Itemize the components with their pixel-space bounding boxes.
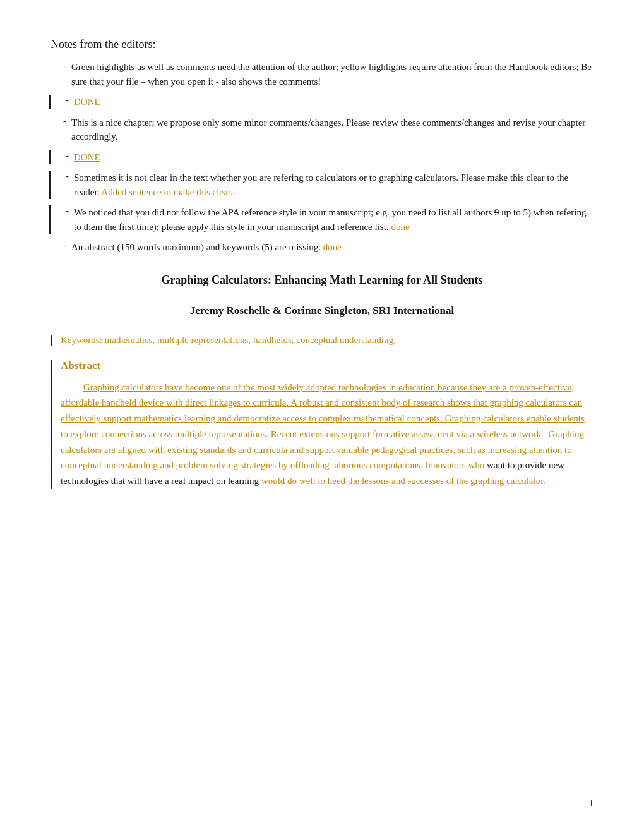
- note-text-6: We noticed that you did not follow the A…: [74, 205, 593, 234]
- list-item-apa: - We noticed that you did not follow the…: [63, 205, 593, 234]
- author-line: Jeremy Roschelle & Corinne Singleton, SR…: [51, 305, 593, 317]
- done-link-4[interactable]: done: [323, 242, 342, 252]
- author-section: Jeremy Roschelle & Corinne Singleton, SR…: [51, 305, 593, 317]
- abstract-heading: Abstract: [61, 360, 593, 372]
- dash: -: [63, 116, 66, 126]
- notes-list: - Green highlights as well as comments n…: [51, 60, 593, 255]
- note-text-2: DONE: [74, 95, 593, 109]
- keywords-section: Keywords: mathematics, multiple represen…: [51, 335, 593, 346]
- list-item: - Green highlights as well as comments n…: [63, 60, 593, 88]
- dash: -: [66, 171, 69, 181]
- main-title: Graphing Calculators: Enhancing Math Lea…: [51, 274, 593, 287]
- dash: -: [66, 205, 69, 216]
- list-item: - This is a nice chapter; we propose onl…: [63, 116, 593, 144]
- bar-marker: [49, 150, 51, 165]
- note-text-5: Sometimes it is not clear in the text wh…: [74, 171, 593, 199]
- done-link-2[interactable]: DONE: [74, 152, 100, 162]
- bar-marker: [49, 95, 51, 109]
- abstract-body: Graphing calculators have become one of …: [61, 380, 593, 489]
- keywords-text: Keywords: mathematics, multiple represen…: [61, 335, 396, 345]
- added-sentence-link[interactable]: Added sentence to make this clear.: [101, 187, 232, 197]
- notes-heading: Notes from the editors:: [51, 38, 593, 51]
- note-text-7: An abstract (150 words maximum) and keyw…: [71, 240, 593, 255]
- abstract-bar: [51, 360, 52, 489]
- dash: -: [66, 150, 69, 161]
- list-item-done-2: - DONE: [63, 150, 593, 165]
- dash: -: [63, 60, 66, 71]
- abstract-section: Abstract Graphing calculators have becom…: [51, 360, 593, 489]
- innovators-text: Innovators who: [426, 460, 485, 470]
- page-number: 1: [589, 799, 593, 809]
- bar-marker: [49, 205, 51, 234]
- notes-section: Notes from the editors: - Green highligh…: [51, 38, 593, 255]
- note-text-4: DONE: [74, 150, 593, 165]
- strikethrough-9: 9: [494, 207, 499, 217]
- keywords-bar: [51, 335, 52, 346]
- note-text-1: Green highlights as well as comments nee…: [71, 60, 593, 88]
- list-item-calculators: - Sometimes it is not clear in the text …: [63, 171, 593, 199]
- title-section: Graphing Calculators: Enhancing Math Lea…: [51, 274, 593, 287]
- list-item-done-1: - DONE: [63, 95, 593, 109]
- done-link-3[interactable]: done: [391, 222, 409, 232]
- note-text-3: This is a nice chapter; we propose only …: [71, 116, 593, 144]
- dash: -: [66, 95, 69, 106]
- bar-marker: [49, 171, 51, 199]
- list-item-abstract: - An abstract (150 words maximum) and ke…: [63, 240, 593, 255]
- want-text: want to provide new technologies that wi…: [61, 460, 564, 486]
- dash: -: [63, 240, 66, 251]
- done-link-1[interactable]: DONE: [74, 97, 100, 107]
